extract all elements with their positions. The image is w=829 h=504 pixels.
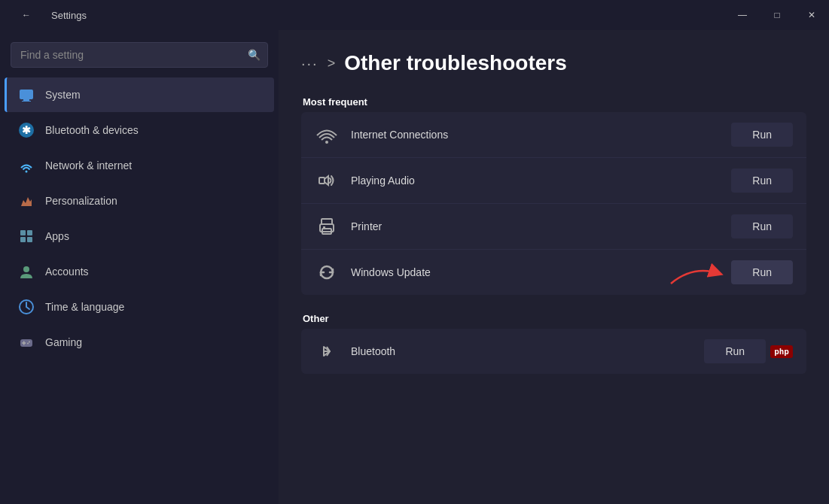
item-left-printer: Printer (315, 214, 382, 238)
svg-rect-8 (20, 237, 26, 242)
run-button-internet[interactable]: Run (731, 123, 793, 147)
sidebar-item-system[interactable]: System (5, 77, 274, 112)
titlebar: ← Settings — □ ✕ (0, 0, 829, 30)
item-left-windows-update: Windows Update (315, 260, 431, 284)
sidebar-item-network[interactable]: Network & internet (5, 148, 274, 183)
gaming-icon (18, 334, 35, 351)
svg-rect-14 (22, 342, 26, 344)
svg-rect-2 (22, 101, 31, 102)
list-item: Printer Run (301, 204, 806, 250)
svg-point-17 (325, 141, 328, 144)
sidebar-item-label-system: System (45, 89, 81, 101)
breadcrumb-dots: ··· (301, 55, 318, 72)
search-icon: 🔍 (248, 49, 261, 61)
run-button-bluetooth[interactable]: Run (704, 339, 766, 363)
sidebar-item-label-time: Time & language (45, 301, 124, 313)
sidebar-item-bluetooth[interactable]: ✱ Bluetooth & devices (5, 113, 274, 147)
svg-rect-0 (20, 90, 33, 99)
close-button[interactable]: ✕ (794, 0, 829, 30)
minimize-button[interactable]: — (725, 0, 760, 30)
svg-rect-9 (27, 237, 32, 242)
section-label-frequent: Most frequent (301, 96, 806, 108)
list-item: Bluetooth Run php (301, 329, 806, 374)
back-button[interactable]: ← (9, 0, 44, 30)
section-most-frequent: Most frequent Internet Conn (301, 96, 806, 295)
php-badge: php (770, 345, 793, 358)
svg-rect-18 (319, 178, 325, 184)
section-other: Other Bluetooth (301, 313, 806, 374)
titlebar-left: ← Settings (9, 0, 87, 30)
troubleshooter-card-frequent: Internet Connections Run (301, 112, 806, 295)
sidebar-item-label-accounts: Accounts (45, 266, 89, 278)
apps-icon (18, 228, 35, 244)
search-container: 🔍 (11, 42, 268, 68)
wifi-icon (315, 123, 339, 147)
item-label-audio: Playing Audio (351, 175, 415, 187)
sidebar-item-gaming[interactable]: Gaming (5, 325, 274, 360)
nav-list: System ✱ Bluetooth & devices (0, 77, 279, 360)
content-header: ··· > Other troubleshooters (301, 30, 806, 96)
sidebar-item-time[interactable]: Time & language (5, 290, 274, 324)
list-item: Playing Audio Run (301, 158, 806, 204)
sidebar-item-label-gaming: Gaming (45, 336, 82, 348)
sidebar-item-apps[interactable]: Apps (5, 219, 274, 254)
network-icon (18, 157, 35, 174)
svg-point-10 (23, 266, 29, 272)
main-content: ··· > Other troubleshooters Most frequen… (279, 30, 829, 504)
update-icon (315, 260, 339, 284)
item-left-bluetooth: Bluetooth (315, 339, 395, 363)
accounts-icon (18, 263, 35, 280)
printer-icon (315, 214, 339, 238)
list-item: Internet Connections Run (301, 112, 806, 158)
svg-text:✱: ✱ (22, 124, 31, 136)
svg-rect-6 (20, 230, 26, 235)
breadcrumb-arrow: > (328, 56, 336, 71)
section-label-other: Other (301, 313, 806, 324)
svg-rect-19 (322, 219, 332, 224)
red-arrow-annotation (663, 257, 731, 287)
item-label-windows-update: Windows Update (351, 266, 431, 278)
svg-rect-22 (323, 226, 325, 228)
svg-rect-7 (27, 230, 32, 235)
run-button-windows-update[interactable]: Run (731, 260, 793, 284)
window-controls: — □ ✕ (725, 0, 829, 30)
svg-point-15 (29, 342, 30, 343)
bluetooth2-icon (315, 339, 339, 363)
maximize-button[interactable]: □ (760, 0, 794, 30)
sidebar-item-label-personalization: Personalization (45, 195, 117, 207)
sidebar: 🔍 System ✱ (0, 30, 279, 504)
svg-point-16 (27, 343, 29, 345)
svg-rect-1 (23, 99, 29, 101)
troubleshooter-card-other: Bluetooth Run php (301, 329, 806, 374)
page-title: Other troubleshooters (344, 51, 567, 75)
sidebar-item-label-apps: Apps (45, 230, 69, 242)
sidebar-item-personalization[interactable]: Personalization (5, 184, 274, 218)
search-input[interactable] (11, 42, 268, 68)
sidebar-item-accounts[interactable]: Accounts (5, 254, 274, 289)
personalization-icon (18, 193, 35, 209)
time-icon (18, 299, 35, 315)
system-icon (18, 87, 35, 103)
item-label-printer: Printer (351, 220, 382, 232)
svg-point-5 (26, 171, 28, 173)
list-item: Windows Update Run (301, 250, 806, 295)
audio-icon (315, 169, 339, 193)
app-body: 🔍 System ✱ (0, 30, 829, 504)
item-label-bluetooth2: Bluetooth (351, 345, 395, 357)
sidebar-item-label-network: Network & internet (45, 159, 132, 172)
item-left-internet: Internet Connections (315, 123, 448, 147)
item-left-audio: Playing Audio (315, 169, 415, 193)
sidebar-item-label-bluetooth: Bluetooth & devices (45, 124, 139, 136)
bluetooth-icon: ✱ (18, 122, 35, 138)
item-label-internet: Internet Connections (351, 129, 448, 141)
run-button-audio[interactable]: Run (731, 169, 793, 193)
run-button-printer[interactable]: Run (731, 214, 793, 238)
run-btn-container-bluetooth: Run php (704, 339, 793, 363)
app-title: Settings (51, 10, 87, 21)
